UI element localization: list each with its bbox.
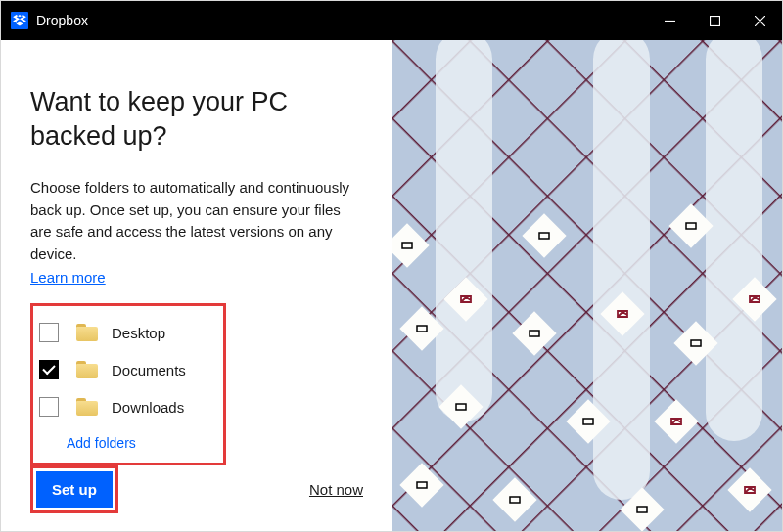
folder-row-desktop[interactable]: Desktop: [39, 314, 213, 351]
checkbox-desktop[interactable]: [39, 323, 59, 342]
folder-label: Desktop: [112, 325, 165, 341]
folder-icon: [76, 361, 98, 378]
decorative-illustration: [392, 40, 782, 531]
checkbox-downloads[interactable]: [39, 397, 59, 417]
folder-label: Downloads: [112, 399, 184, 416]
checkbox-documents[interactable]: [39, 360, 59, 379]
page-heading: Want to keep your PC backed up?: [30, 85, 363, 154]
setup-highlight: Set up: [30, 466, 118, 513]
folder-selection-box: Desktop Documents Downloads Add folders: [30, 303, 226, 466]
add-folders-link[interactable]: Add folders: [39, 425, 213, 451]
titlebar: Dropbox: [1, 1, 782, 40]
folder-icon: [76, 398, 98, 416]
page-description: Choose folders to automatically and cont…: [30, 177, 363, 265]
folder-label: Documents: [112, 362, 186, 378]
folder-icon: [76, 324, 98, 341]
left-panel: Want to keep your PC backed up? Choose f…: [1, 40, 392, 531]
setup-button[interactable]: Set up: [36, 471, 113, 508]
learn-more-link[interactable]: Learn more: [30, 269, 363, 286]
not-now-link[interactable]: Not now: [309, 481, 363, 498]
dropbox-logo-icon: [11, 12, 28, 29]
maximize-button[interactable]: [692, 1, 737, 40]
svg-rect-1: [710, 16, 719, 25]
folder-row-downloads[interactable]: Downloads: [39, 388, 213, 425]
folder-row-documents[interactable]: Documents: [39, 351, 213, 388]
content-area: Want to keep your PC backed up? Choose f…: [1, 40, 782, 531]
svg-rect-11: [436, 40, 492, 421]
svg-rect-13: [706, 40, 762, 441]
close-button[interactable]: [737, 1, 782, 40]
illustration-panel: [392, 40, 782, 531]
svg-rect-12: [593, 40, 650, 500]
window-title: Dropbox: [36, 13, 88, 28]
bottom-actions: Set up Not now: [30, 466, 363, 513]
minimize-button[interactable]: [647, 1, 692, 40]
